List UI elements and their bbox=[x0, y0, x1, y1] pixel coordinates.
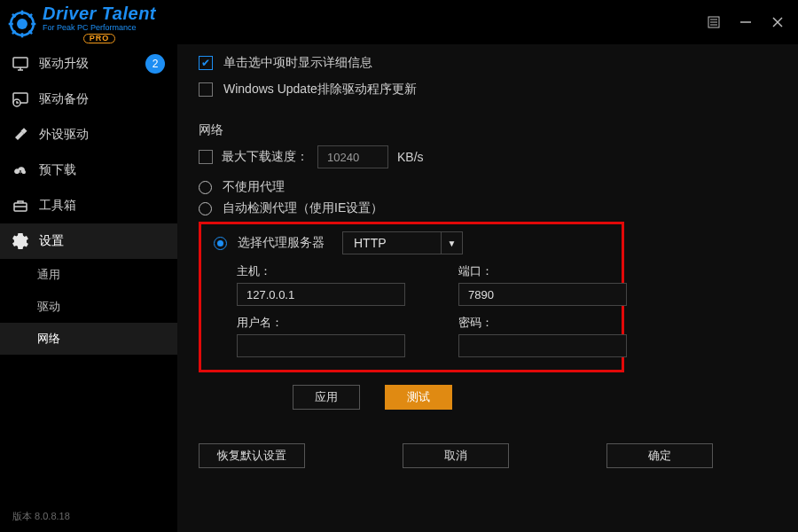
close-icon[interactable] bbox=[770, 14, 786, 30]
apply-test-bar: 应用 测试 bbox=[293, 385, 777, 410]
svg-rect-17 bbox=[13, 58, 27, 67]
pro-badge: PRO bbox=[83, 34, 116, 43]
pwd-label: 密码： bbox=[458, 315, 627, 331]
radio-row-no-proxy: 不使用代理 bbox=[199, 179, 777, 195]
max-speed-label: 最大下载速度： bbox=[222, 149, 309, 165]
sidebar-sub-label: 网络 bbox=[37, 331, 60, 347]
titlebar: Driver Talent For Peak PC Performance PR… bbox=[0, 0, 798, 44]
sidebar-item-label: 外设驱动 bbox=[39, 127, 89, 143]
sidebar-item-label: 驱动备份 bbox=[39, 91, 89, 107]
radio-row-choose-proxy: 选择代理服务器 HTTP ▼ bbox=[214, 231, 609, 254]
sidebar-item-label: 预下载 bbox=[39, 162, 76, 178]
monitor-icon bbox=[12, 56, 28, 72]
app-window: Driver Talent For Peak PC Performance PR… bbox=[0, 0, 798, 532]
col-user: 用户名： bbox=[237, 315, 405, 357]
cloud-download-icon bbox=[12, 162, 28, 178]
button-label: 恢复默认设置 bbox=[217, 448, 286, 464]
sidebar-item-settings[interactable]: 设置 bbox=[0, 223, 177, 259]
col-pwd: 密码： bbox=[458, 315, 627, 357]
proxy-protocol-select[interactable]: HTTP ▼ bbox=[342, 231, 463, 254]
svg-point-1 bbox=[17, 19, 27, 29]
logo-block: Driver Talent For Peak PC Performance PR… bbox=[7, 1, 156, 43]
test-button[interactable]: 测试 bbox=[385, 385, 452, 410]
body: 驱动升级 2 驱动备份 外设驱动 预下载 bbox=[0, 44, 798, 532]
sidebar-item-predownload[interactable]: 预下载 bbox=[0, 153, 177, 188]
toolbox-icon bbox=[12, 198, 28, 214]
logo-title: Driver Talent bbox=[43, 4, 156, 22]
sidebar-item-peripheral[interactable]: 外设驱动 bbox=[0, 117, 177, 153]
option-row-wu: Windows Update排除驱动程序更新 bbox=[199, 82, 777, 98]
radio-choose-proxy[interactable] bbox=[214, 237, 227, 250]
ok-button[interactable]: 确定 bbox=[606, 443, 713, 468]
radio-auto-proxy[interactable] bbox=[199, 202, 212, 215]
port-label: 端口： bbox=[458, 263, 627, 279]
checkbox-show-detail[interactable] bbox=[199, 56, 213, 70]
button-label: 测试 bbox=[407, 389, 430, 405]
sidebar-item-toolbox[interactable]: 工具箱 bbox=[0, 188, 177, 223]
usb-icon bbox=[12, 127, 28, 143]
port-input[interactable] bbox=[458, 283, 627, 306]
section-title-network: 网络 bbox=[199, 122, 777, 138]
sidebar-item-label: 驱动升级 bbox=[39, 56, 89, 72]
cancel-button[interactable]: 取消 bbox=[403, 443, 509, 468]
restore-defaults-button[interactable]: 恢复默认设置 bbox=[199, 443, 305, 468]
sidebar-sub-driver[interactable]: 驱动 bbox=[0, 291, 177, 323]
radio-label: 不使用代理 bbox=[223, 179, 285, 195]
button-label: 应用 bbox=[315, 389, 338, 405]
option-label: 单击选中项时显示详细信息 bbox=[223, 55, 372, 71]
main-panel: 单击选中项时显示详细信息 Windows Update排除驱动程序更新 网络 最… bbox=[177, 44, 798, 532]
max-speed-unit: KB/s bbox=[397, 150, 424, 164]
radio-label: 选择代理服务器 bbox=[238, 235, 325, 251]
sidebar: 驱动升级 2 驱动备份 外设驱动 预下载 bbox=[0, 44, 177, 532]
radio-label: 自动检测代理（使用IE设置） bbox=[223, 200, 383, 216]
select-value: HTTP bbox=[343, 236, 441, 250]
sidebar-item-label: 工具箱 bbox=[39, 198, 76, 214]
sidebar-sub-general[interactable]: 通用 bbox=[0, 259, 177, 291]
sidebar-item-upgrade[interactable]: 驱动升级 2 bbox=[0, 46, 177, 82]
pwd-input[interactable] bbox=[458, 334, 627, 357]
menu-icon[interactable] bbox=[706, 14, 722, 30]
bottom-button-bar: 恢复默认设置 取消 确定 bbox=[199, 443, 777, 468]
minimize-icon[interactable] bbox=[738, 14, 754, 30]
window-controls bbox=[706, 14, 789, 30]
option-label: Windows Update排除驱动程序更新 bbox=[223, 82, 417, 98]
logo-text: Driver Talent For Peak PC Performance PR… bbox=[43, 4, 156, 43]
sidebar-item-backup[interactable]: 驱动备份 bbox=[0, 82, 177, 117]
badge-count: 2 bbox=[145, 54, 165, 74]
max-speed-input[interactable] bbox=[317, 145, 388, 168]
chevron-down-icon: ▼ bbox=[441, 232, 462, 254]
sidebar-sub-network[interactable]: 网络 bbox=[0, 323, 177, 355]
gear-icon bbox=[12, 233, 28, 249]
logo-subtitle: For Peak PC Performance bbox=[43, 24, 156, 32]
radio-row-auto-proxy: 自动检测代理（使用IE设置） bbox=[199, 200, 777, 216]
option-row-detail: 单击选中项时显示详细信息 bbox=[199, 55, 777, 71]
col-host: 主机： bbox=[237, 263, 405, 306]
user-input[interactable] bbox=[237, 334, 405, 357]
row-max-speed: 最大下载速度： KB/s bbox=[199, 145, 777, 168]
checkbox-max-speed[interactable] bbox=[199, 150, 213, 164]
host-label: 主机： bbox=[237, 263, 405, 279]
sidebar-sub-label: 驱动 bbox=[37, 299, 60, 315]
gear-logo-icon bbox=[7, 9, 37, 39]
sidebar-item-label: 设置 bbox=[39, 233, 64, 249]
sidebar-sub-label: 通用 bbox=[37, 267, 60, 283]
proxy-row-userpwd: 用户名： 密码： bbox=[214, 315, 609, 357]
button-label: 确定 bbox=[648, 448, 671, 464]
clock-monitor-icon bbox=[12, 91, 28, 107]
button-label: 取消 bbox=[444, 448, 467, 464]
apply-button[interactable]: 应用 bbox=[293, 385, 360, 410]
proxy-highlight-box: 选择代理服务器 HTTP ▼ 主机： 端口： bbox=[199, 222, 624, 372]
user-label: 用户名： bbox=[237, 315, 405, 331]
version-label: 版本 8.0.8.18 bbox=[0, 501, 177, 532]
proxy-row-hostport: 主机： 端口： bbox=[214, 263, 609, 306]
host-input[interactable] bbox=[237, 283, 405, 306]
radio-no-proxy[interactable] bbox=[199, 181, 212, 194]
checkbox-wu-exclude[interactable] bbox=[199, 82, 213, 97]
col-port: 端口： bbox=[458, 263, 627, 306]
